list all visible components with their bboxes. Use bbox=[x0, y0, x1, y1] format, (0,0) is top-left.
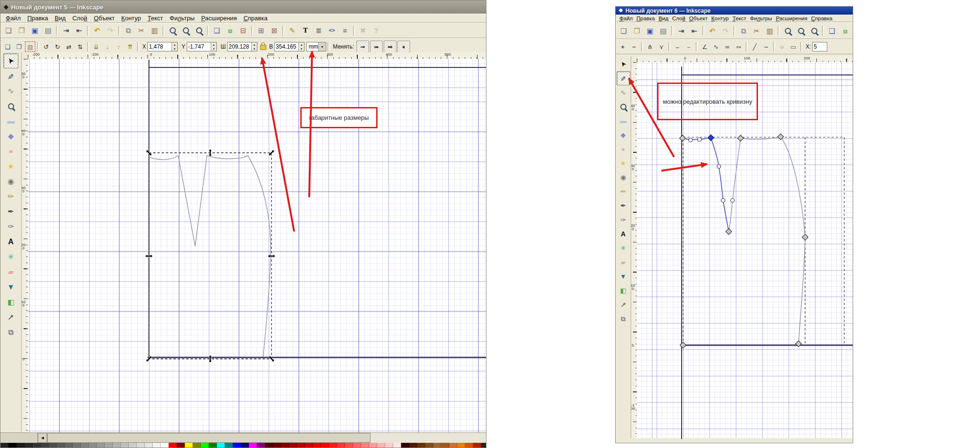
palette-swatch[interactable] bbox=[425, 443, 433, 448]
dropper-tool[interactable]: ⊸ bbox=[3, 310, 18, 325]
paint-bucket-tool[interactable]: ▼ bbox=[3, 280, 18, 295]
zoom-page-button[interactable] bbox=[807, 25, 821, 37]
palette-swatch[interactable] bbox=[337, 443, 345, 448]
select-all-button[interactable]: ❏ bbox=[2, 41, 13, 52]
affect-corners-toggle[interactable]: ➠ bbox=[370, 41, 383, 53]
control-handle[interactable] bbox=[698, 138, 701, 141]
unlink-clone-button[interactable]: ⊟ bbox=[237, 24, 250, 37]
palette-swatch[interactable] bbox=[249, 443, 257, 448]
palette-swatch[interactable] bbox=[105, 443, 113, 448]
paste-button[interactable]: ▥ bbox=[763, 25, 776, 37]
palette-swatch[interactable] bbox=[217, 443, 225, 448]
segment-to-curve-button[interactable]: ∼ bbox=[760, 41, 772, 52]
palette-swatch[interactable] bbox=[313, 443, 321, 448]
redo-button[interactable]: ↷ bbox=[719, 25, 732, 37]
affect-gradient-toggle[interactable]: ➡ bbox=[384, 41, 396, 53]
export-button[interactable]: ⇤ bbox=[688, 25, 701, 37]
palette-swatch[interactable] bbox=[345, 443, 353, 448]
palette-swatch[interactable] bbox=[145, 443, 153, 448]
palette-swatch[interactable] bbox=[473, 443, 481, 448]
palette-swatch[interactable] bbox=[449, 443, 457, 448]
toolbar-button[interactable] bbox=[56, 26, 58, 35]
toolbar-button[interactable] bbox=[778, 26, 780, 35]
palette-swatch[interactable] bbox=[89, 443, 97, 448]
toolbar-button[interactable] bbox=[733, 26, 735, 35]
open-document-button[interactable]: ❐ bbox=[15, 24, 28, 37]
toolbar-button[interactable] bbox=[641, 42, 643, 51]
toolbar-button[interactable] bbox=[773, 42, 775, 51]
create-clone-button[interactable]: ⧇ bbox=[223, 24, 237, 37]
palette-swatch[interactable] bbox=[185, 443, 193, 448]
palette-swatch[interactable] bbox=[129, 443, 137, 448]
x-spinner[interactable]: ▲▼ bbox=[172, 42, 177, 51]
undo-button[interactable]: ↶ bbox=[706, 25, 719, 37]
menu-item[interactable]: Контур bbox=[709, 15, 731, 22]
y-spinner[interactable]: ▲▼ bbox=[211, 42, 216, 51]
import-button[interactable]: ⇥ bbox=[59, 24, 73, 37]
pattern-path[interactable] bbox=[729, 137, 805, 344]
affect-move-toggle[interactable]: ➟ bbox=[356, 41, 369, 53]
zoom-drawing-button[interactable] bbox=[179, 24, 192, 37]
selected-path-segment[interactable] bbox=[683, 138, 729, 232]
palette-swatch[interactable] bbox=[305, 443, 313, 448]
eraser-tool[interactable]: ▰ bbox=[3, 265, 18, 280]
lock-ratio-icon[interactable] bbox=[260, 45, 266, 50]
tweak-tool[interactable]: ∿ bbox=[3, 83, 18, 99]
selector-tool[interactable]: ➤ bbox=[3, 53, 18, 68]
palette-swatch[interactable] bbox=[329, 443, 337, 448]
open-document-button[interactable]: ❐ bbox=[630, 25, 643, 37]
menu-item[interactable]: Объект bbox=[687, 15, 709, 22]
palette-swatch[interactable] bbox=[465, 443, 473, 448]
palette-swatch[interactable] bbox=[393, 443, 401, 448]
menu-item[interactable]: Фильтры bbox=[748, 15, 774, 22]
palette-swatch[interactable] bbox=[169, 443, 177, 448]
copy-button[interactable]: ⧉ bbox=[737, 25, 750, 37]
save-button[interactable]: ▣ bbox=[28, 24, 41, 37]
palette-swatch[interactable] bbox=[137, 443, 145, 448]
palette-swatch[interactable] bbox=[41, 443, 49, 448]
affect-pattern-toggle[interactable]: ➧ bbox=[397, 41, 410, 53]
palette-swatch[interactable] bbox=[369, 443, 377, 448]
units-dropdown[interactable]: mm▼ bbox=[306, 42, 326, 51]
menu-item[interactable]: Правка bbox=[24, 14, 51, 22]
select-all-layers-button[interactable]: ❐ bbox=[13, 41, 25, 52]
menu-item[interactable]: Вид bbox=[51, 14, 69, 22]
zoom-selection-button[interactable] bbox=[166, 24, 179, 37]
palette-swatch[interactable] bbox=[81, 443, 89, 448]
path-nodes[interactable] bbox=[680, 134, 808, 348]
import-button[interactable]: ⇥ bbox=[675, 25, 688, 37]
stroke-to-path-button[interactable]: ▭ bbox=[788, 41, 799, 52]
zoom-page-button[interactable] bbox=[192, 24, 206, 37]
toolbar-button[interactable] bbox=[87, 26, 89, 35]
palette-swatch[interactable] bbox=[409, 443, 417, 448]
paste-button[interactable]: ▥ bbox=[148, 24, 161, 37]
pencil-tool[interactable]: ✏ bbox=[3, 189, 18, 204]
preferences-button[interactable]: ✖ bbox=[356, 24, 370, 37]
save-button[interactable]: ▣ bbox=[643, 25, 657, 37]
palette-swatch[interactable] bbox=[16, 443, 25, 448]
lower-button[interactable]: ↓ bbox=[102, 41, 113, 52]
x-field[interactable]: ▲▼ bbox=[148, 42, 178, 51]
spiral-tool[interactable]: ◉ bbox=[617, 170, 630, 184]
palette-swatch[interactable] bbox=[297, 443, 305, 448]
zoom-tool[interactable] bbox=[3, 99, 18, 114]
star-tool[interactable]: ★ bbox=[617, 156, 630, 170]
print-button[interactable]: ▤ bbox=[41, 24, 55, 37]
gradient-tool[interactable]: ◧ bbox=[617, 283, 630, 298]
toolbar-button[interactable] bbox=[251, 26, 253, 35]
palette-swatch[interactable] bbox=[97, 443, 105, 448]
menu-item[interactable]: Слой bbox=[670, 15, 687, 22]
palette-swatch[interactable] bbox=[57, 443, 65, 448]
pen-tool[interactable]: ✒ bbox=[3, 204, 18, 219]
palette-swatch[interactable] bbox=[201, 443, 209, 448]
path-node[interactable] bbox=[778, 134, 784, 140]
node-x-field[interactable] bbox=[812, 42, 827, 51]
xml-editor-button[interactable]: <> bbox=[325, 24, 338, 37]
menu-item[interactable]: Объект bbox=[91, 14, 118, 22]
box3d-tool[interactable]: ◆ bbox=[617, 128, 630, 142]
control-handle[interactable] bbox=[721, 199, 725, 202]
paint-bucket-tool[interactable]: ▼ bbox=[617, 269, 630, 283]
selector-tool[interactable]: ➤ bbox=[617, 57, 630, 71]
palette-swatch[interactable] bbox=[113, 443, 121, 448]
scroll-left-button[interactable]: ◀ bbox=[38, 433, 47, 443]
